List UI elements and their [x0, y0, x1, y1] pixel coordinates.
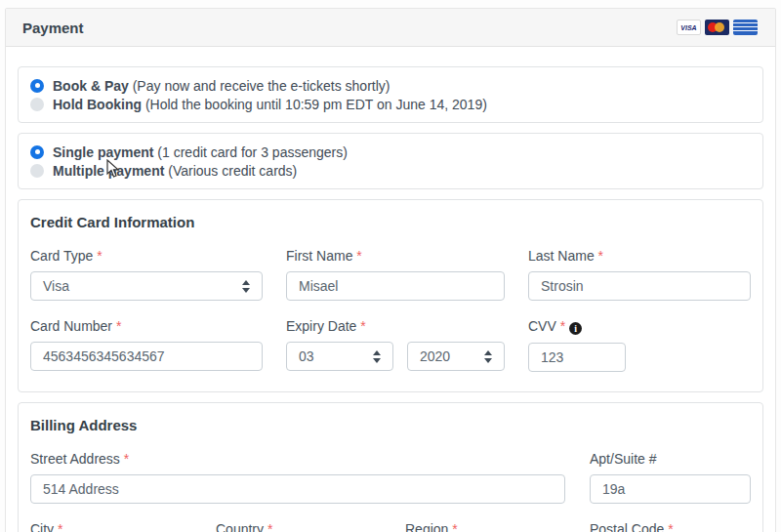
expiry-month-select[interactable]: 03 [286, 342, 393, 371]
street-address-label: Street Address * [30, 451, 565, 467]
required-asterisk: * [116, 318, 121, 334]
card-type-select[interactable]: Visa [30, 271, 263, 301]
radio-selected-icon[interactable] [30, 145, 44, 159]
radio-book-and-pay[interactable]: Book & Pay (Pay now and receive the e-ti… [30, 76, 751, 95]
required-asterisk: * [58, 521, 62, 532]
radio-description: (Various credit cards) [168, 163, 297, 179]
cvv-info-icon[interactable]: i [569, 322, 582, 335]
required-asterisk: * [560, 318, 565, 334]
required-asterisk: * [124, 451, 129, 467]
payment-panel-header: Payment VISA [6, 9, 775, 47]
region-label: Region * [405, 521, 567, 532]
radio-unselected-icon[interactable] [30, 164, 44, 178]
city-label: City * [30, 521, 193, 532]
radio-description: (1 credit card for 3 passengers) [157, 144, 348, 160]
required-asterisk: * [356, 248, 361, 264]
expiry-year-value: 2020 [420, 348, 450, 364]
apt-suite-label: Apt/Suite # [590, 451, 751, 467]
cvv-input[interactable] [528, 343, 626, 372]
last-name-input[interactable] [528, 271, 751, 301]
accepted-cards: VISA [677, 20, 758, 35]
radio-label: Hold Booking [53, 97, 142, 112]
billing-address-heading: Billing Address [30, 415, 751, 433]
radio-selected-icon[interactable] [30, 79, 44, 93]
mastercard-icon [705, 20, 729, 35]
expiry-year-select[interactable]: 2020 [407, 342, 505, 371]
select-arrows-icon [484, 350, 492, 363]
required-asterisk: * [360, 318, 365, 334]
required-asterisk: * [97, 248, 102, 264]
payment-panel-body: Book & Pay (Pay now and receive the e-ti… [6, 47, 775, 532]
select-arrows-icon [242, 280, 250, 293]
required-asterisk: * [598, 248, 603, 264]
radio-description: (Hold the booking until 10:59 pm EDT on … [145, 97, 487, 112]
expiry-month-value: 03 [299, 348, 314, 364]
required-asterisk: * [668, 521, 673, 532]
postal-code-label: Postal Code * [590, 521, 751, 532]
cvv-label: CVV * i [528, 318, 751, 335]
american-express-icon [733, 20, 758, 35]
radio-description: (Pay now and receive the e-tickets short… [133, 78, 390, 94]
card-type-label: Card Type * [30, 248, 263, 264]
page-title: Payment [22, 20, 84, 36]
radio-label: Book & Pay [53, 78, 129, 94]
credit-card-section: Credit Card Information Card Type * Visa… [18, 199, 763, 392]
required-asterisk: * [452, 521, 457, 532]
radio-label: Single payment [53, 144, 153, 160]
expiry-date-label: Expiry Date * [286, 318, 505, 334]
booking-type-group: Book & Pay (Pay now and receive the e-ti… [18, 66, 763, 123]
first-name-label: First Name * [286, 248, 505, 264]
radio-hold-booking[interactable]: Hold Booking (Hold the booking until 10:… [30, 95, 751, 113]
credit-card-heading: Credit Card Information [30, 212, 751, 230]
select-arrows-icon [373, 350, 381, 363]
card-number-label: Card Number * [30, 318, 263, 334]
required-asterisk: * [267, 521, 272, 532]
last-name-label: Last Name * [528, 248, 751, 264]
apt-suite-input[interactable] [590, 474, 751, 504]
card-type-value: Visa [43, 278, 69, 294]
card-number-input[interactable] [30, 342, 263, 371]
payment-split-group: Single payment (1 credit card for 3 pass… [18, 133, 763, 189]
payment-panel: Payment VISA Book & Pay (Pay now and rec… [5, 8, 776, 532]
country-label: Country * [216, 521, 383, 532]
visa-icon: VISA [677, 20, 701, 35]
street-address-input[interactable] [30, 474, 565, 504]
radio-multiple-payment[interactable]: Multiple payment (Various credit cards) [30, 161, 751, 180]
radio-label: Multiple payment [53, 163, 164, 179]
billing-address-section: Billing Address Street Address * Apt/Sui… [18, 402, 763, 532]
radio-single-payment[interactable]: Single payment (1 credit card for 3 pass… [30, 143, 751, 161]
first-name-input[interactable] [286, 271, 505, 301]
radio-unselected-icon[interactable] [30, 98, 44, 111]
